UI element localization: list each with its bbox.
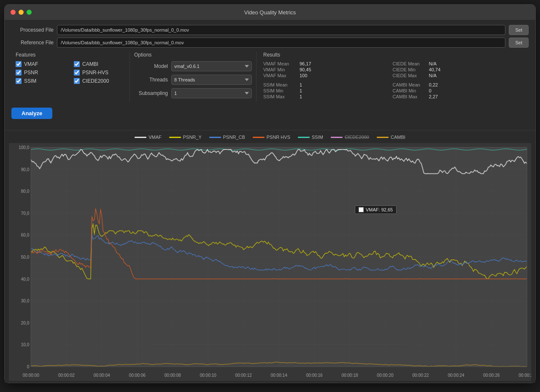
result-ssim-min: SSIM Min 1 bbox=[263, 88, 393, 93]
cambi-checkbox[interactable] bbox=[74, 61, 80, 67]
feature-ciede2000: CIEDE2000 bbox=[74, 78, 125, 84]
legend-ssim: SSIM bbox=[298, 135, 323, 140]
reference-file-label: Reference File bbox=[11, 40, 54, 46]
maximize-button[interactable] bbox=[27, 10, 32, 15]
result-vmaf-max: VMAF Max 100 bbox=[263, 73, 393, 78]
results-title: Results bbox=[263, 52, 522, 58]
psnry-legend-line bbox=[169, 137, 181, 138]
processed-set-button[interactable]: Set bbox=[509, 25, 529, 35]
feature-psnrhvs: PSNR-HVS bbox=[74, 70, 125, 76]
feature-psnr: PSNR bbox=[16, 70, 67, 76]
reference-set-button[interactable]: Set bbox=[509, 38, 529, 48]
subsampling-row: Subsampling 1 bbox=[134, 88, 252, 98]
legend-cambi: CAMBI bbox=[377, 135, 405, 140]
legend-psnrhvs: PSNR HVS bbox=[253, 135, 290, 140]
result-ssim-max: SSIM Max 1 bbox=[263, 94, 393, 99]
model-row: Model vmaf_v0.6.1 bbox=[134, 61, 252, 71]
vmaf-legend-line bbox=[135, 137, 146, 138]
psnrcb-legend-line bbox=[209, 137, 221, 138]
psnrhvs-label: PSNR-HVS bbox=[82, 70, 108, 76]
chart-area: VMAF PSNR_Y PSNR_CB PSNR HVS SSIM CIEDE2… bbox=[5, 130, 535, 383]
traffic-lights bbox=[11, 10, 32, 15]
result-ciede-mean: CIEDE Mean N/A bbox=[393, 61, 522, 66]
chart-canvas bbox=[9, 143, 531, 381]
ssim-checkbox[interactable] bbox=[16, 78, 22, 84]
result-cambi-max: CAMBI Max 2,27 bbox=[393, 94, 522, 99]
features-title: Features bbox=[16, 52, 125, 58]
result-ciede-min: CIEDE Min 40,74 bbox=[393, 67, 522, 72]
result-cambi-mean: CAMBI Mean 0,22 bbox=[393, 82, 522, 87]
ssim-label: SSIM bbox=[24, 78, 36, 84]
panels: Features VMAF CAMBI PSNR bbox=[11, 52, 529, 102]
threads-select[interactable]: 8 Threads bbox=[171, 75, 252, 85]
psnry-legend-label: PSNR_Y bbox=[183, 135, 202, 140]
legend-psnrcb: PSNR_CB bbox=[209, 135, 245, 140]
feature-cambi: CAMBI bbox=[74, 61, 125, 67]
analyze-row: Analyze bbox=[11, 108, 529, 119]
features-grid: VMAF CAMBI PSNR PSNR-HVS bbox=[16, 61, 125, 84]
psnrcb-legend-label: PSNR_CB bbox=[223, 135, 245, 140]
result-vmaf-min: VMAF Min 90,45 bbox=[263, 67, 393, 72]
psnrhvs-checkbox[interactable] bbox=[74, 70, 80, 76]
legend-psnry: PSNR_Y bbox=[169, 135, 202, 140]
ssim-legend-label: SSIM bbox=[312, 135, 323, 140]
result-vmaf-mean: VMAF Mean 96,17 bbox=[263, 61, 393, 66]
features-panel: Features VMAF CAMBI PSNR bbox=[11, 52, 130, 102]
processed-file-input[interactable] bbox=[57, 25, 505, 35]
chart-legend: VMAF PSNR_Y PSNR_CB PSNR HVS SSIM CIEDE2… bbox=[5, 135, 535, 140]
vmaf-legend-label: VMAF bbox=[148, 135, 162, 140]
cambi-label: CAMBI bbox=[82, 61, 98, 67]
legend-ciede2000: CIEDE2000 bbox=[331, 135, 369, 140]
options-panel: Options Model vmaf_v0.6.1 Threads 8 Thre… bbox=[130, 52, 256, 102]
ssim-legend-line bbox=[298, 137, 310, 138]
threads-row: Threads 8 Threads bbox=[134, 75, 252, 85]
result-ssim-mean: SSIM Mean 1 bbox=[263, 82, 393, 87]
model-select[interactable]: vmaf_v0.6.1 bbox=[171, 61, 252, 71]
result-ciede-max: CIEDE Max N/A bbox=[393, 73, 522, 78]
reference-file-input[interactable] bbox=[57, 38, 505, 48]
titlebar: Video Quality Metrics bbox=[5, 5, 535, 20]
legend-vmaf: VMAF bbox=[135, 135, 162, 140]
threads-label: Threads bbox=[134, 77, 168, 83]
minimize-button[interactable] bbox=[19, 10, 24, 15]
analyze-button[interactable]: Analyze bbox=[11, 108, 52, 119]
processed-file-label: Processed File bbox=[11, 27, 54, 33]
psnr-checkbox[interactable] bbox=[16, 70, 22, 76]
vmaf-checkbox[interactable] bbox=[16, 61, 22, 67]
close-button[interactable] bbox=[11, 10, 16, 15]
cambi-legend-line bbox=[377, 137, 389, 138]
processed-file-row: Processed File Set bbox=[11, 25, 529, 35]
model-label: Model bbox=[134, 63, 168, 69]
subsampling-label: Subsampling bbox=[134, 90, 168, 96]
cambi-legend-label: CAMBI bbox=[391, 135, 405, 140]
vmaf-label: VMAF bbox=[24, 61, 38, 67]
result-cambi-min: CAMBI Min 0 bbox=[393, 88, 522, 93]
feature-ssim: SSIM bbox=[16, 78, 67, 84]
results-panel: Results VMAF Mean 96,17 VMAF Min 90,45 V… bbox=[256, 52, 529, 102]
psnrhvs-legend-line bbox=[253, 137, 265, 138]
ciede2000-checkbox[interactable] bbox=[74, 78, 80, 84]
options-title: Options bbox=[134, 52, 252, 58]
results-left: VMAF Mean 96,17 VMAF Min 90,45 VMAF Max … bbox=[263, 61, 393, 99]
ciede2000-legend-line bbox=[331, 137, 343, 138]
result-spacer1 bbox=[263, 79, 393, 81]
feature-vmaf: VMAF bbox=[16, 61, 67, 67]
results-grid: VMAF Mean 96,17 VMAF Min 90,45 VMAF Max … bbox=[263, 61, 522, 99]
chart-container: VMAF: 92,65 bbox=[9, 143, 531, 381]
result-spacer2 bbox=[393, 79, 522, 81]
subsampling-select[interactable]: 1 bbox=[171, 88, 252, 98]
window-title: Video Quality Metrics bbox=[244, 9, 296, 16]
psnrhvs-legend-label: PSNR HVS bbox=[267, 135, 290, 140]
ciede2000-legend-label: CIEDE2000 bbox=[345, 135, 369, 140]
results-right: CIEDE Mean N/A CIEDE Min 40,74 CIEDE Max… bbox=[393, 61, 522, 99]
reference-file-row: Reference File Set bbox=[11, 38, 529, 48]
psnr-label: PSNR bbox=[24, 70, 38, 76]
ciede2000-label: CIEDE2000 bbox=[82, 78, 109, 84]
